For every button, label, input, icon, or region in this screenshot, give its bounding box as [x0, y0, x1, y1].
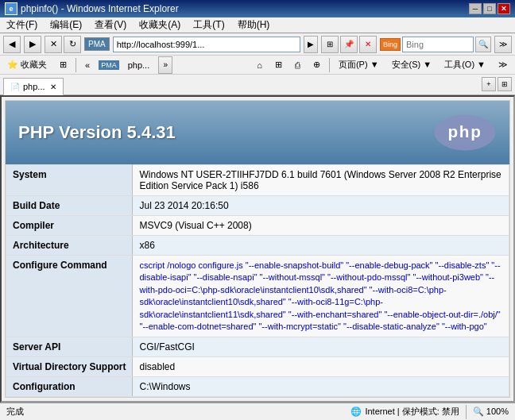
address-bar-container: PMA ▶	[84, 36, 318, 53]
feed-button[interactable]: ⊞	[321, 36, 339, 53]
zone-text: Internet | 保护模式: 禁用	[365, 406, 459, 418]
expand2-button[interactable]: ≫	[494, 58, 512, 71]
rss-button[interactable]: ⊞	[271, 58, 286, 71]
globe-icon: 🌐	[350, 407, 362, 417]
row-value: C:\Windows	[133, 377, 509, 397]
favorites-button[interactable]: ⭐ 收藏夹	[3, 57, 51, 72]
home-button[interactable]: ⌂	[253, 59, 266, 71]
table-row: Build DateJul 23 2014 20:16:50	[6, 196, 509, 216]
row-value: CGI/FastCGI	[133, 337, 509, 357]
menu-bar: 文件(F) 编辑(E) 查看(V) 收藏夹(A) 工具(T) 帮助(H)	[0, 17, 515, 33]
search-button[interactable]: 🔍	[475, 37, 491, 52]
menu-tools[interactable]: 工具(T)	[190, 17, 227, 33]
stop-button[interactable]: ✕	[45, 36, 62, 53]
print-button[interactable]: ⎙	[291, 59, 304, 71]
new-tab-button[interactable]: +	[482, 77, 496, 91]
status-right: 🌐 Internet | 保护模式: 禁用 🔍 100%	[350, 405, 509, 419]
right-arrow-button[interactable]: »	[158, 56, 172, 74]
row-label: Configure Command	[6, 256, 133, 337]
zoom-control[interactable]: 🔍 100%	[473, 407, 509, 417]
back-button[interactable]: ◀	[3, 36, 21, 53]
row-value: Windows NT USER-2TIIHFJ7DD 6.1 build 760…	[133, 165, 509, 196]
row-value: Jul 23 2014 20:16:50	[133, 196, 509, 216]
page-content: PHP Version 5.4.31 php SystemWindows NT …	[5, 100, 510, 398]
table-row: Architecturex86	[6, 236, 509, 256]
safety-menu[interactable]: 安全(S) ▼	[388, 57, 436, 72]
row-value: MSVC9 (Visual C++ 2008)	[133, 216, 509, 236]
refresh-button[interactable]: ↻	[64, 36, 81, 53]
left-arrow-button[interactable]: «	[81, 59, 94, 71]
table-row: ConfigurationC:\Windows	[6, 377, 509, 397]
row-label: Server API	[6, 337, 133, 357]
menu-view[interactable]: 查看(V)	[91, 17, 130, 33]
tab-label: php...	[23, 82, 45, 91]
search-input[interactable]	[402, 37, 474, 52]
menu-help[interactable]: 帮助(H)	[234, 17, 273, 33]
status-text: 完成	[6, 406, 24, 418]
title-bar: e phpinfo() - Windows Internet Explorer …	[0, 0, 515, 17]
table-row: Virtual Directory Supportdisabled	[6, 357, 509, 377]
status-left: 完成	[6, 406, 24, 418]
toolbar-right: ⊞ 📌 ✕	[321, 36, 377, 53]
info-table: SystemWindows NT USER-2TIIHFJ7DD 6.1 bui…	[6, 164, 509, 397]
row-label: Virtual Directory Support	[6, 357, 133, 377]
pin-button[interactable]: 📌	[340, 36, 358, 53]
table-row: CompilerMSVC9 (Visual C++ 2008)	[6, 216, 509, 236]
php-logo: php	[433, 113, 497, 152]
quick-tabs-button[interactable]: ⊞	[498, 77, 512, 91]
bing-icon: Bing	[380, 38, 401, 51]
content-area[interactable]: PHP Version 5.4.31 php SystemWindows NT …	[0, 95, 515, 403]
svg-text:php: php	[448, 122, 482, 141]
stop-x-button[interactable]: ✕	[359, 36, 377, 53]
status-bar: 完成 🌐 Internet | 保护模式: 禁用 🔍 100%	[0, 403, 515, 420]
menu-edit[interactable]: 编辑(E)	[47, 17, 85, 33]
row-value: cscript /nologo configure.js "--enable-s…	[133, 256, 509, 337]
php-header: PHP Version 5.4.31 php	[6, 101, 509, 164]
ie-icon: e	[5, 2, 17, 15]
expand-button[interactable]: ≫	[494, 36, 512, 53]
grid-button[interactable]: ⊞	[56, 58, 71, 71]
tab-close-icon[interactable]: ✕	[50, 83, 56, 91]
menu-favorites[interactable]: 收藏夹(A)	[136, 17, 184, 33]
table-row: Server APICGI/FastCGI	[6, 337, 509, 357]
address-input[interactable]	[113, 37, 300, 52]
divider2	[329, 58, 330, 72]
row-label: Architecture	[6, 236, 133, 256]
fav-tab[interactable]: php...	[124, 59, 154, 71]
row-label: Compiler	[6, 216, 133, 236]
table-row: Configure Commandcscript /nologo configu…	[6, 256, 509, 337]
tab-right-controls: + ⊞	[482, 77, 512, 91]
menu-file[interactable]: 文件(F)	[3, 17, 41, 33]
tab-phpinfo[interactable]: 📄 php... ✕	[3, 78, 64, 95]
add-button[interactable]: ⊕	[309, 58, 324, 71]
favorites-bar: ⭐ 收藏夹 ⊞ « PMA php... » ⌂ ⊞ ⎙ ⊕ 页面(P) ▼ 安…	[0, 56, 515, 75]
status-divider	[466, 405, 467, 419]
window-title: phpinfo() - Windows Internet Explorer	[21, 3, 179, 14]
table-row: SystemWindows NT USER-2TIIHFJ7DD 6.1 bui…	[6, 165, 509, 196]
close-button[interactable]: ✕	[498, 3, 510, 14]
minimize-button[interactable]: ─	[469, 3, 482, 14]
php-version-title: PHP Version 5.4.31	[18, 122, 176, 143]
divider	[76, 58, 76, 72]
search-bar: Bing 🔍	[380, 37, 491, 52]
title-bar-buttons: ─ □ ✕	[469, 3, 510, 14]
row-value: x86	[133, 236, 509, 256]
go-button[interactable]: ▶	[304, 36, 318, 53]
row-label: Build Date	[6, 196, 133, 216]
pma-icon: PMA	[84, 37, 110, 51]
zone-info: 🌐 Internet | 保护模式: 禁用	[350, 406, 459, 418]
row-value: disabled	[133, 357, 509, 377]
tools-menu[interactable]: 工具(O) ▼	[440, 57, 490, 72]
tab-bar: 📄 php... ✕ + ⊞	[0, 75, 515, 95]
page-menu[interactable]: 页面(P) ▼	[335, 57, 383, 72]
forward-button[interactable]: ▶	[24, 36, 41, 53]
row-label: Configuration	[6, 377, 133, 397]
title-bar-left: e phpinfo() - Windows Internet Explorer	[5, 2, 179, 15]
maximize-button[interactable]: □	[483, 3, 496, 14]
toolbar: ◀ ▶ ✕ ↻ PMA ▶ ⊞ 📌 ✕ Bing 🔍 ≫	[0, 33, 515, 56]
tab-icon: 📄	[10, 83, 20, 91]
pma-fav-icon: PMA	[99, 60, 119, 70]
row-label: System	[6, 165, 133, 196]
